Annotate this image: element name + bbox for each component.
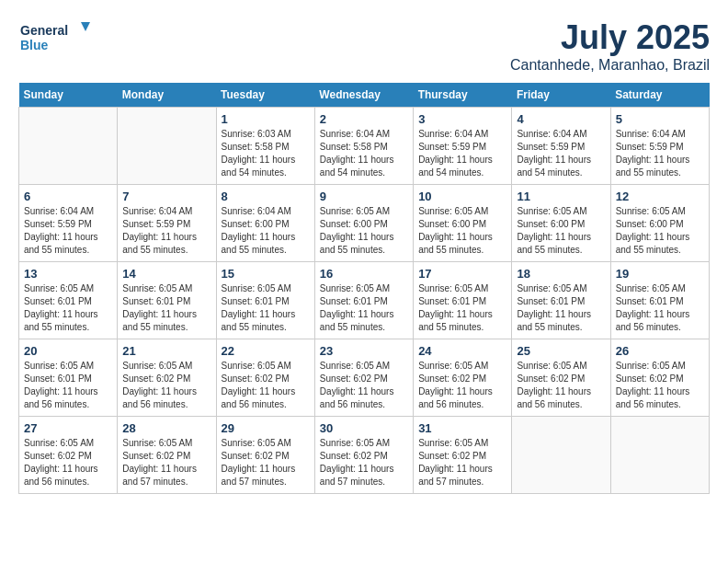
day-cell: 5 Sunrise: 6:04 AMSunset: 5:59 PMDayligh… [610,108,709,185]
day-cell: 4 Sunrise: 6:04 AMSunset: 5:59 PMDayligh… [512,108,610,185]
day-cell: 3 Sunrise: 6:04 AMSunset: 5:59 PMDayligh… [414,108,512,185]
day-cell: 14 Sunrise: 6:05 AMSunset: 6:01 PMDaylig… [118,262,216,339]
location-subtitle: Cantanhede, Maranhao, Brazil [510,57,710,74]
day-info: Sunrise: 6:04 AMSunset: 5:59 PMDaylight:… [517,128,605,179]
day-number: 11 [517,190,605,203]
day-cell: 22 Sunrise: 6:05 AMSunset: 6:02 PMDaylig… [216,339,314,417]
day-cell: 1 Sunrise: 6:03 AMSunset: 5:58 PMDayligh… [216,108,314,185]
day-info: Sunrise: 6:04 AMSunset: 5:59 PMDaylight:… [616,128,704,179]
day-number: 13 [24,267,112,281]
day-number: 22 [222,344,310,358]
day-info: Sunrise: 6:04 AMSunset: 5:58 PMDaylight:… [320,128,408,179]
day-info: Sunrise: 6:05 AMSunset: 6:01 PMDaylight:… [418,282,506,334]
day-number: 21 [122,344,210,358]
week-row-2: 6 Sunrise: 6:04 AMSunset: 5:59 PMDayligh… [19,185,710,262]
day-info: Sunrise: 6:05 AMSunset: 6:01 PMDaylight:… [616,282,704,334]
day-cell: 20 Sunrise: 6:05 AMSunset: 6:01 PMDaylig… [19,339,118,417]
day-cell: 29 Sunrise: 6:05 AMSunset: 6:02 PMDaylig… [216,417,314,494]
day-info: Sunrise: 6:05 AMSunset: 6:00 PMDaylight:… [418,205,506,257]
week-row-3: 13 Sunrise: 6:05 AMSunset: 6:01 PMDaylig… [19,262,710,339]
week-row-1: 1 Sunrise: 6:03 AMSunset: 5:58 PMDayligh… [19,108,710,185]
day-number: 23 [320,344,408,358]
col-header-tuesday: Tuesday [216,83,314,108]
day-info: Sunrise: 6:05 AMSunset: 6:02 PMDaylight:… [418,437,506,488]
day-info: Sunrise: 6:05 AMSunset: 6:02 PMDaylight:… [122,437,210,488]
col-header-friday: Friday [512,83,610,108]
day-cell: 31 Sunrise: 6:05 AMSunset: 6:02 PMDaylig… [414,417,512,494]
day-number: 14 [122,267,210,281]
day-number: 5 [616,112,704,126]
title-block: July 2025 Cantanhede, Maranhao, Brazil [510,18,710,74]
day-cell: 9 Sunrise: 6:05 AMSunset: 6:00 PMDayligh… [314,185,413,262]
col-header-wednesday: Wednesday [314,83,413,108]
day-cell [512,417,610,494]
day-cell [118,108,216,185]
col-header-monday: Monday [118,83,216,108]
day-info: Sunrise: 6:04 AMSunset: 6:00 PMDaylight:… [222,205,310,257]
day-info: Sunrise: 6:04 AMSunset: 5:59 PMDaylight:… [24,205,112,257]
day-cell: 26 Sunrise: 6:05 AMSunset: 6:02 PMDaylig… [610,339,709,417]
month-title: July 2025 [510,18,710,57]
logo: General Blue [18,18,92,55]
day-number: 25 [517,344,605,358]
page-header: General Blue July 2025 Cantanhede, Maran… [18,18,710,74]
day-info: Sunrise: 6:05 AMSunset: 6:02 PMDaylight:… [222,360,310,411]
day-info: Sunrise: 6:05 AMSunset: 6:02 PMDaylight:… [222,437,310,488]
day-cell: 21 Sunrise: 6:05 AMSunset: 6:02 PMDaylig… [118,339,216,417]
day-info: Sunrise: 6:05 AMSunset: 6:01 PMDaylight:… [222,282,310,334]
day-cell: 13 Sunrise: 6:05 AMSunset: 6:01 PMDaylig… [19,262,118,339]
day-cell: 19 Sunrise: 6:05 AMSunset: 6:01 PMDaylig… [610,262,709,339]
day-cell [610,417,709,494]
day-cell [19,108,118,185]
day-info: Sunrise: 6:05 AMSunset: 6:01 PMDaylight:… [320,282,408,334]
day-info: Sunrise: 6:04 AMSunset: 5:59 PMDaylight:… [122,205,210,257]
header-row: SundayMondayTuesdayWednesdayThursdayFrid… [19,83,710,108]
day-info: Sunrise: 6:05 AMSunset: 6:00 PMDaylight:… [320,205,408,257]
day-cell: 30 Sunrise: 6:05 AMSunset: 6:02 PMDaylig… [314,417,413,494]
col-header-thursday: Thursday [414,83,512,108]
day-number: 28 [122,421,210,435]
day-info: Sunrise: 6:05 AMSunset: 6:02 PMDaylight:… [517,360,605,411]
day-number: 9 [320,190,408,203]
day-number: 17 [418,267,506,281]
day-cell: 7 Sunrise: 6:04 AMSunset: 5:59 PMDayligh… [118,185,216,262]
day-cell: 11 Sunrise: 6:05 AMSunset: 6:00 PMDaylig… [512,185,610,262]
day-info: Sunrise: 6:05 AMSunset: 6:01 PMDaylight:… [24,282,112,334]
day-info: Sunrise: 6:05 AMSunset: 6:02 PMDaylight:… [320,360,408,411]
day-info: Sunrise: 6:05 AMSunset: 6:01 PMDaylight:… [517,282,605,334]
day-info: Sunrise: 6:05 AMSunset: 6:01 PMDaylight:… [24,360,112,411]
day-cell: 2 Sunrise: 6:04 AMSunset: 5:58 PMDayligh… [314,108,413,185]
svg-text:Blue: Blue [20,38,49,52]
day-number: 2 [320,112,408,126]
day-cell: 17 Sunrise: 6:05 AMSunset: 6:01 PMDaylig… [414,262,512,339]
day-number: 26 [616,344,704,358]
day-cell: 24 Sunrise: 6:05 AMSunset: 6:02 PMDaylig… [414,339,512,417]
day-info: Sunrise: 6:03 AMSunset: 5:58 PMDaylight:… [222,128,310,179]
day-number: 10 [418,190,506,203]
day-info: Sunrise: 6:05 AMSunset: 6:00 PMDaylight:… [517,205,605,257]
day-cell: 27 Sunrise: 6:05 AMSunset: 6:02 PMDaylig… [19,417,118,494]
col-header-saturday: Saturday [610,83,709,108]
day-number: 20 [24,344,112,358]
svg-marker-1 [81,22,90,31]
day-cell: 10 Sunrise: 6:05 AMSunset: 6:00 PMDaylig… [414,185,512,262]
day-cell: 6 Sunrise: 6:04 AMSunset: 5:59 PMDayligh… [19,185,118,262]
day-info: Sunrise: 6:05 AMSunset: 6:02 PMDaylight:… [24,437,112,488]
day-cell: 18 Sunrise: 6:05 AMSunset: 6:01 PMDaylig… [512,262,610,339]
day-info: Sunrise: 6:05 AMSunset: 6:02 PMDaylight:… [418,360,506,411]
day-cell: 23 Sunrise: 6:05 AMSunset: 6:02 PMDaylig… [314,339,413,417]
day-cell: 28 Sunrise: 6:05 AMSunset: 6:02 PMDaylig… [118,417,216,494]
day-number: 6 [24,190,112,203]
logo-svg: General Blue [18,18,92,55]
day-number: 18 [517,267,605,281]
day-number: 7 [122,190,210,203]
day-number: 16 [320,267,408,281]
day-number: 24 [418,344,506,358]
day-info: Sunrise: 6:05 AMSunset: 6:02 PMDaylight:… [122,360,210,411]
day-info: Sunrise: 6:05 AMSunset: 6:02 PMDaylight:… [320,437,408,488]
day-number: 29 [222,421,310,435]
day-info: Sunrise: 6:05 AMSunset: 6:02 PMDaylight:… [616,360,704,411]
col-header-sunday: Sunday [19,83,118,108]
day-number: 1 [222,112,310,126]
day-number: 3 [418,112,506,126]
